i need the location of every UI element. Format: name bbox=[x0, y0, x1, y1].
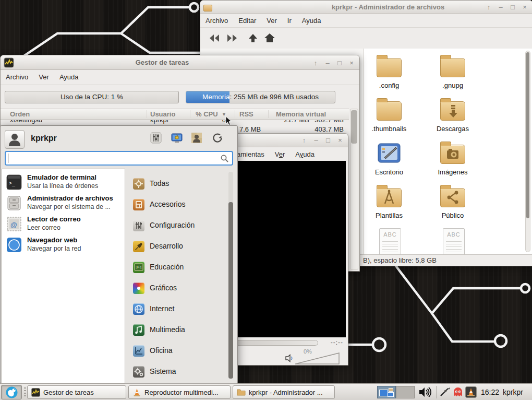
settings-button[interactable] bbox=[150, 132, 162, 144]
shade-button[interactable]: ↑ bbox=[300, 136, 308, 145]
video-area[interactable] bbox=[235, 161, 346, 337]
applications-menu-button[interactable] bbox=[1, 385, 22, 399]
media-player-titlebar[interactable]: ↑ – □ × bbox=[233, 134, 348, 147]
folder-icon-publico[interactable] bbox=[440, 184, 465, 209]
app-item-file-manager[interactable]: Administrador de archivos Navegar por el… bbox=[2, 193, 125, 214]
maximize-button[interactable]: □ bbox=[336, 58, 343, 68]
file-label[interactable]: Descargas bbox=[422, 125, 483, 133]
logout-button[interactable] bbox=[211, 132, 224, 144]
volume-tray-icon[interactable] bbox=[418, 386, 432, 398]
vlc-tray-icon[interactable] bbox=[465, 386, 477, 398]
menu-ver[interactable]: Ver bbox=[33, 72, 54, 83]
menu-editar[interactable]: Editar bbox=[233, 15, 261, 26]
maximize-button[interactable]: □ bbox=[324, 136, 332, 145]
ghost-tray-icon[interactable] bbox=[453, 387, 463, 397]
folder-icon-thumbnails[interactable] bbox=[377, 97, 402, 122]
column-usuario[interactable]: Usuario bbox=[150, 110, 175, 118]
category-oficina[interactable]: Oficina bbox=[129, 344, 224, 363]
seek-bar[interactable] bbox=[235, 340, 318, 346]
file-label[interactable]: Plantillas bbox=[359, 211, 419, 219]
minimize-button[interactable]: – bbox=[497, 3, 504, 12]
workspace-2[interactable] bbox=[396, 386, 415, 398]
category-accesorios[interactable]: Accesorios bbox=[129, 198, 224, 217]
lock-screen-button[interactable] bbox=[171, 132, 183, 144]
column-rss[interactable]: RSS bbox=[239, 110, 253, 118]
table-row[interactable]: xfsettingsd kprkpr 0 21.7 MB 302.7 MB bbox=[1, 120, 349, 125]
forward-button[interactable] bbox=[225, 32, 239, 44]
menu-ir[interactable]: Ir bbox=[282, 15, 297, 26]
minimize-button[interactable]: – bbox=[312, 136, 320, 145]
taskbar-username: kprkpr bbox=[503, 384, 523, 400]
folder-icon-plantillas[interactable] bbox=[377, 184, 402, 209]
user-avatar-button[interactable] bbox=[5, 130, 25, 149]
file-label[interactable]: .thumbnails bbox=[359, 125, 419, 133]
category-educacion[interactable]: 3+1 Educación bbox=[129, 261, 224, 279]
menu-ayuda[interactable]: Ayuda bbox=[54, 72, 84, 83]
home-button[interactable] bbox=[263, 32, 276, 44]
menu-archivo[interactable]: Archivo bbox=[200, 15, 233, 26]
workspace-1[interactable] bbox=[377, 386, 396, 398]
close-button[interactable]: × bbox=[348, 58, 355, 68]
close-button[interactable]: × bbox=[336, 136, 344, 145]
search-input[interactable] bbox=[5, 151, 233, 166]
menu-archivo[interactable]: Archivo bbox=[1, 72, 33, 83]
taskbar: Gestor de tareas Reproductor multimedi..… bbox=[0, 383, 532, 400]
panel-grip[interactable] bbox=[24, 387, 26, 397]
menu-ayuda[interactable]: Ayuda bbox=[297, 15, 327, 26]
category-multimedia[interactable]: Multimedia bbox=[129, 323, 224, 342]
taskbar-button-file-manager[interactable]: kprkpr - Administrador ... bbox=[233, 385, 335, 399]
category-sistema[interactable]: Sistema bbox=[129, 365, 224, 384]
taskbar-button-task-manager[interactable]: Gestor de tareas bbox=[27, 385, 126, 399]
menu-herramientas[interactable]: amientas bbox=[233, 149, 270, 160]
document-placeholder-icon[interactable]: ABC bbox=[441, 228, 466, 253]
volume-slider[interactable] bbox=[294, 351, 340, 365]
close-button[interactable]: × bbox=[521, 3, 528, 12]
file-label[interactable]: .config bbox=[359, 81, 419, 89]
folder-icon-descargas[interactable] bbox=[440, 97, 465, 122]
app-item-mail-reader[interactable]: @ Lector de correo Leer correo bbox=[2, 214, 125, 235]
up-button[interactable] bbox=[246, 32, 260, 44]
switch-user-button[interactable] bbox=[190, 132, 203, 144]
folder-icon-gnupg[interactable] bbox=[440, 54, 465, 79]
category-internet[interactable]: Internet bbox=[129, 302, 224, 321]
column-memoria-virtual[interactable]: Memoria virtual bbox=[276, 110, 326, 118]
speaker-icon[interactable] bbox=[284, 354, 294, 363]
file-label[interactable]: .gnupg bbox=[422, 81, 483, 89]
clock[interactable]: 16:22 bbox=[481, 384, 499, 400]
category-label: Oficina bbox=[150, 346, 173, 355]
memory-fill: Memoria: 255 MB de 996 MB usados bbox=[186, 91, 229, 103]
column-orden[interactable]: Orden bbox=[10, 110, 30, 118]
desktop-icon-escritorio[interactable] bbox=[377, 140, 402, 166]
task-manager-titlebar[interactable]: Gestor de tareas ↑ – □ × bbox=[1, 55, 359, 70]
taskbar-button-media-player[interactable]: Reproductor multimedi... bbox=[128, 385, 231, 399]
minimize-button[interactable]: – bbox=[324, 58, 331, 68]
file-label[interactable]: Escritorio bbox=[359, 168, 419, 176]
column-cpu[interactable]: % CPU bbox=[196, 110, 218, 118]
app-item-web-browser[interactable]: Navegador web Navegar por la red bbox=[2, 235, 125, 256]
settings-category-icon bbox=[133, 220, 144, 231]
process-table-scrollbar[interactable] bbox=[350, 109, 358, 270]
back-button[interactable] bbox=[208, 32, 221, 44]
category-graficos[interactable]: Gráficos bbox=[129, 281, 224, 300]
file-view-scrollbar[interactable] bbox=[525, 51, 530, 252]
menu-ver[interactable]: Ver bbox=[270, 149, 291, 160]
lock-screen-icon bbox=[171, 132, 183, 144]
file-manager-titlebar[interactable]: kprkpr - Administrador de archivos ↑ – □… bbox=[200, 1, 532, 14]
menu-ayuda[interactable]: Ayuda bbox=[290, 149, 320, 160]
file-label[interactable]: Imágenes bbox=[422, 168, 483, 176]
terminal-icon: >_ bbox=[6, 174, 22, 190]
file-label[interactable]: Público bbox=[422, 211, 483, 219]
folder-icon-imagenes[interactable] bbox=[440, 140, 465, 166]
document-placeholder-icon[interactable]: ABC bbox=[378, 228, 403, 253]
category-todas[interactable]: Todas bbox=[129, 177, 224, 196]
category-desarrollo[interactable]: Desarrollo bbox=[129, 240, 224, 258]
menu-ver[interactable]: Ver bbox=[261, 15, 282, 26]
stylus-tray-icon[interactable] bbox=[439, 387, 451, 397]
shade-button[interactable]: ↑ bbox=[312, 58, 319, 68]
folder-icon-config[interactable] bbox=[377, 54, 402, 79]
shade-button[interactable]: ↑ bbox=[485, 3, 492, 12]
categories-scrollbar[interactable] bbox=[228, 172, 233, 379]
app-item-terminal[interactable]: >_ Emulador de terminal Usar la línea de… bbox=[2, 172, 125, 193]
category-configuracion[interactable]: Configuración bbox=[129, 219, 224, 238]
maximize-button[interactable]: □ bbox=[509, 3, 516, 12]
